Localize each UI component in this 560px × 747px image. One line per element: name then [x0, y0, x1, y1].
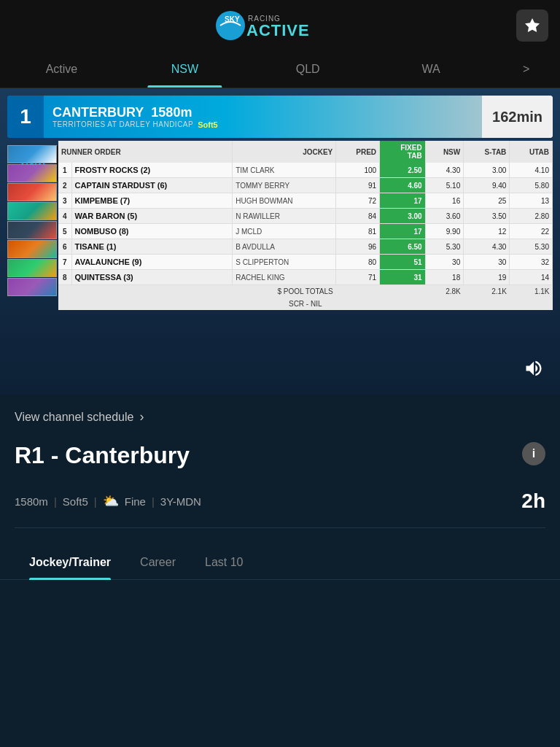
runner-num: 1: [58, 163, 71, 178]
race-timer: 162min: [482, 96, 553, 138]
runner-stab: 4.30: [464, 239, 510, 255]
table-row: 6 TISANE (1) B AVDULLA 96 6.50 5.30 4.30…: [58, 239, 553, 255]
runner-num: 5: [58, 224, 71, 239]
audio-icon: [524, 358, 544, 379]
runner-fixed-tab: 17: [380, 193, 426, 209]
race-subtitle: TERRITORIES AT DARLEY HANDICAP: [52, 120, 193, 128]
favorites-button[interactable]: [516, 9, 548, 42]
runner-stab: 19: [464, 270, 510, 285]
jockey-silk-1: [7, 145, 57, 163]
runner-jockey: RACHEL KING: [233, 270, 336, 285]
runner-pred: 72: [336, 193, 380, 209]
runner-utab: 5.80: [510, 178, 553, 193]
bottom-tabs: Jockey/Trainer Career Last 10: [0, 546, 560, 580]
detail-condition: Soft5: [63, 495, 88, 508]
runner-num: 6: [58, 239, 71, 255]
table-row: 7 AVALAUNCHE (9) S CLIPPERTON 80 51 30 3…: [58, 255, 553, 270]
runner-pred: 80: [336, 255, 380, 270]
runner-num: 4: [58, 209, 71, 224]
pool-totals-label: $ POOL TOTALS: [58, 285, 336, 298]
runner-stab: 9.40: [464, 178, 510, 193]
runner-stab: 30: [464, 255, 510, 270]
runner-nsw: 9.90: [425, 224, 464, 239]
race-venue: CANTERBURY: [52, 105, 144, 120]
race-info-box: CANTERBURY 1580m TERRITORIES AT DARLEY H…: [44, 102, 482, 132]
content-area: View channel schedule › R1 - Canterbury …: [0, 395, 560, 528]
runner-jockey: J MCLD: [233, 224, 336, 239]
app-logo: SKY RACING ACTIVE: [214, 9, 346, 42]
jockey-silk-5: [7, 221, 57, 239]
video-player[interactable]: 1 CANTERBURY 1580m TERRITORIES AT DARLEY…: [0, 88, 560, 395]
tab-last-10[interactable]: Last 10: [190, 546, 257, 579]
runner-nsw: 18: [425, 270, 464, 285]
race-details-row: 1580m | Soft5 | ⛅ Fine | 3Y-MDN 2h: [15, 489, 545, 513]
race-condition-badge: Soft5: [198, 120, 218, 129]
pred-header: PRED: [336, 141, 380, 163]
star-icon: [524, 17, 541, 34]
runner-nsw: 5.10: [425, 178, 464, 193]
tab-career[interactable]: Career: [125, 546, 190, 579]
runner-name: QUINTESSA (3): [71, 270, 233, 285]
table-row: 3 KIMPEMBE (7) HUGH BOWMAN 72 17 16 25 1…: [58, 193, 553, 209]
jockey-silk-6: [7, 240, 57, 258]
runner-nsw: 3.60: [425, 209, 464, 224]
runner-fixed-tab: 17: [380, 224, 426, 239]
runner-utab: 2.80: [510, 209, 553, 224]
app-header: SKY RACING ACTIVE: [0, 0, 560, 51]
runner-num: 3: [58, 193, 71, 209]
runner-utab: 4.10: [510, 163, 553, 178]
view-schedule-text: View channel schedule: [15, 411, 133, 424]
runner-num: 8: [58, 270, 71, 285]
jockey-header: JOCKEY: [233, 141, 336, 163]
runner-order-header: RUNNER ORDER: [58, 141, 233, 163]
fixed-tab-header: FIXEDTAB: [380, 141, 426, 163]
runner-pred: 100: [336, 163, 380, 178]
nav-tabs: Active NSW QLD WA >: [0, 51, 560, 88]
runner-stab: 25: [464, 193, 510, 209]
runner-utab: 14: [510, 270, 553, 285]
utab-header: UTAB: [510, 141, 553, 163]
separator-1: |: [54, 495, 57, 508]
tab-active[interactable]: Active: [0, 51, 123, 88]
runner-stab: 3.50: [464, 209, 510, 224]
table-row: 2 CAPTAIN STARDUST (6) TOMMY BERRY 91 4.…: [58, 178, 553, 193]
race-details-left: 1580m | Soft5 | ⛅ Fine | 3Y-MDN: [15, 493, 201, 509]
jockey-silk-7: [7, 259, 57, 277]
runner-fixed-tab: 2.50: [380, 163, 426, 178]
jockey-silks: [7, 145, 57, 297]
tab-more[interactable]: >: [493, 51, 560, 88]
runner-jockey: HUGH BOWMAN: [233, 193, 336, 209]
race-distance: 1580m: [151, 105, 192, 120]
separator-2: |: [94, 495, 97, 508]
runner-jockey: N RAWILLER: [233, 209, 336, 224]
separator-3: |: [152, 495, 155, 508]
content-divider: [15, 527, 545, 528]
info-button[interactable]: i: [522, 442, 545, 465]
runner-name: NOMBUSO (8): [71, 224, 233, 239]
table-row: 1 FROSTY ROCKS (2) TIM CLARK 100 2.50 4.…: [58, 163, 553, 178]
pool-nsw: 2.8K: [425, 285, 464, 298]
nsw-header: NSW: [425, 141, 464, 163]
tab-qld[interactable]: QLD: [246, 51, 370, 88]
runner-fixed-tab: 3.00: [380, 209, 426, 224]
runner-utab: 32: [510, 255, 553, 270]
runner-name: KIMPEMBE (7): [71, 193, 233, 209]
runner-stab: 12: [464, 224, 510, 239]
runner-nsw: 16: [425, 193, 464, 209]
audio-button[interactable]: [519, 354, 548, 383]
view-schedule-link[interactable]: View channel schedule ›: [15, 409, 545, 425]
tab-nsw[interactable]: NSW: [123, 51, 246, 88]
tab-wa[interactable]: WA: [370, 51, 493, 88]
runner-pred: 71: [336, 270, 380, 285]
jockey-silk-8: [7, 278, 57, 296]
pool-stab: 2.1K: [464, 285, 510, 298]
runner-utab: 22: [510, 224, 553, 239]
tab-jockey-trainer[interactable]: Jockey/Trainer: [15, 546, 125, 579]
runner-jockey: S CLIPPERTON: [233, 255, 336, 270]
table-row: 5 NOMBUSO (8) J MCLD 81 17 9.90 12 22: [58, 224, 553, 239]
runner-fixed-tab: 4.60: [380, 178, 426, 193]
detail-weather: Fine: [125, 495, 146, 508]
runner-jockey: B AVDULLA: [233, 239, 336, 255]
runner-jockey: TOMMY BERRY: [233, 178, 336, 193]
race-number: 1: [7, 96, 44, 138]
